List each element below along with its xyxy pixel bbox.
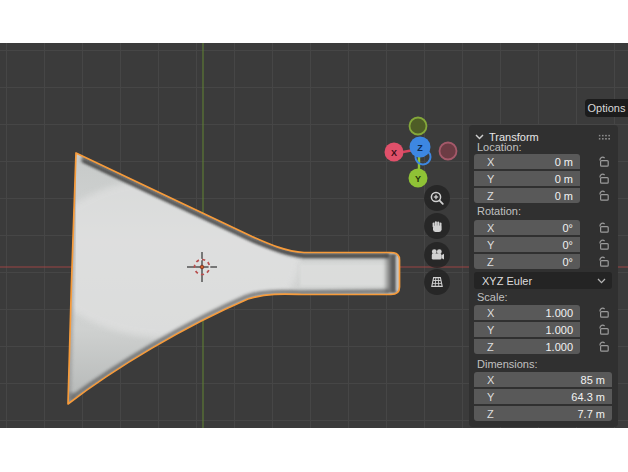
axis-value: 85 m — [581, 374, 605, 386]
rotation-z-field[interactable]: Z 0° — [474, 254, 580, 269]
scale-x-field[interactable]: X 1.000 — [474, 305, 580, 320]
lock-open-icon — [597, 155, 611, 168]
axis-label: Y — [487, 324, 494, 336]
3d-viewport[interactable]: X Y Z — [0, 43, 628, 428]
lock-open-icon — [597, 172, 611, 185]
lock-open-icon — [597, 221, 611, 234]
location-label: Location: — [477, 141, 522, 154]
gizmo-axis-x-negative[interactable] — [440, 143, 457, 160]
scale-fields: X 1.000 Y 1.000 Z 1.000 — [474, 305, 580, 354]
axis-label: X — [487, 222, 494, 234]
grid-icon — [429, 274, 445, 290]
pan-button[interactable] — [424, 213, 450, 239]
lock-open-icon — [597, 306, 611, 319]
zoom-icon — [429, 190, 445, 206]
dimensions-label: Dimensions: — [477, 358, 538, 371]
axis-label: Y — [487, 239, 494, 251]
zoom-button[interactable] — [424, 185, 450, 211]
scale-label: Scale: — [477, 291, 508, 304]
rotation-mode-value: XYZ Euler — [482, 275, 597, 287]
transform-panel: Transform Location: X 0 m Y 0 m Z 0 m — [469, 125, 618, 427]
axis-value: 64.3 m — [571, 391, 605, 403]
axis-label: X — [487, 307, 494, 319]
axis-value: 0° — [562, 239, 573, 251]
panel-drag-dots-icon[interactable] — [598, 134, 611, 140]
rotation-y-field[interactable]: Y 0° — [474, 237, 580, 252]
location-locks — [597, 154, 615, 205]
dimensions-fields: X 85 m Y 64.3 m Z 7.7 m — [474, 372, 612, 421]
location-fields: X 0 m Y 0 m Z 0 m — [474, 154, 580, 203]
axis-label: Z — [487, 408, 494, 420]
gizmo-y-label: Y — [415, 174, 421, 184]
axis-value: 1.000 — [545, 307, 573, 319]
axis-label: X — [487, 374, 494, 386]
rotation-z-lock-button[interactable] — [597, 254, 611, 269]
axis-label: Y — [487, 391, 494, 403]
gizmo-z-label: Z — [417, 143, 423, 153]
scale-locks — [597, 305, 615, 356]
axis-value: 0 m — [555, 173, 573, 185]
lock-open-icon — [597, 340, 611, 353]
rotation-locks — [597, 220, 615, 271]
rotation-x-lock-button[interactable] — [597, 220, 611, 235]
axis-value: 1.000 — [545, 341, 573, 353]
axis-value: 0 m — [555, 190, 573, 202]
axis-label: Z — [487, 341, 494, 353]
options-button[interactable]: Options — [585, 99, 628, 117]
rotation-fields: X 0° Y 0° Z 0° — [474, 220, 580, 269]
location-y-lock-button[interactable] — [597, 171, 611, 186]
axis-label: Z — [487, 256, 494, 268]
location-z-field[interactable]: Z 0 m — [474, 188, 580, 203]
rotation-label: Rotation: — [477, 205, 521, 218]
location-x-lock-button[interactable] — [597, 154, 611, 169]
gizmo-x-label: X — [391, 148, 397, 158]
lock-open-icon — [597, 189, 611, 202]
axis-value: 7.7 m — [577, 408, 605, 420]
rotation-mode-dropdown[interactable]: XYZ Euler — [474, 272, 612, 289]
hand-icon — [429, 218, 445, 234]
location-y-field[interactable]: Y 0 m — [474, 171, 580, 186]
scale-x-lock-button[interactable] — [597, 305, 611, 320]
rotation-y-lock-button[interactable] — [597, 237, 611, 252]
axis-value: 0 m — [555, 156, 573, 168]
dimensions-z-field[interactable]: Z 7.7 m — [474, 406, 612, 421]
axis-label: Z — [487, 190, 494, 202]
dimensions-y-field[interactable]: Y 64.3 m — [474, 389, 612, 404]
gizmo-axis-y-negative[interactable] — [410, 118, 427, 135]
axis-value: 0° — [562, 222, 573, 234]
lock-open-icon — [597, 255, 611, 268]
lock-open-icon — [597, 238, 611, 251]
navigation-gizmo[interactable]: X Y Z — [378, 105, 468, 195]
lock-open-icon — [597, 323, 611, 336]
scale-z-field[interactable]: Z 1.000 — [474, 339, 580, 354]
rotation-x-field[interactable]: X 0° — [474, 220, 580, 235]
location-z-lock-button[interactable] — [597, 188, 611, 203]
blender-window: X Y Z — [0, 0, 628, 472]
axis-label: Y — [487, 173, 494, 185]
collapse-chevron-icon — [475, 134, 484, 140]
axis-label: X — [487, 156, 494, 168]
chevron-down-icon — [597, 278, 606, 284]
orthographic-toggle-button[interactable] — [424, 269, 450, 295]
camera-icon — [429, 247, 445, 263]
axis-value: 1.000 — [545, 324, 573, 336]
camera-view-button[interactable] — [424, 242, 450, 268]
scale-y-field[interactable]: Y 1.000 — [474, 322, 580, 337]
axis-value: 0° — [562, 256, 573, 268]
dimensions-x-field[interactable]: X 85 m — [474, 372, 612, 387]
scale-y-lock-button[interactable] — [597, 322, 611, 337]
location-x-field[interactable]: X 0 m — [474, 154, 580, 169]
scale-z-lock-button[interactable] — [597, 339, 611, 354]
